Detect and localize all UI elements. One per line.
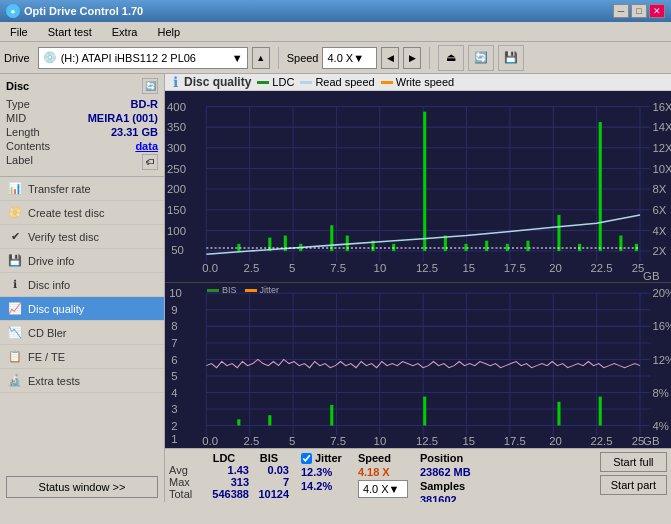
bis-total: 10124	[249, 488, 289, 500]
sidebar-item-disc-info[interactable]: ℹ Disc info	[0, 273, 164, 297]
sidebar-item-fe-te[interactable]: 📋 FE / TE	[0, 345, 164, 369]
svg-text:2: 2	[171, 420, 177, 432]
fe-te-icon: 📋	[8, 350, 22, 364]
sidebar-item-extra-tests[interactable]: 🔬 Extra tests	[0, 369, 164, 393]
start-part-button[interactable]: Start part	[600, 475, 667, 495]
sidebar-item-verify-test-disc[interactable]: ✔ Verify test disc	[0, 225, 164, 249]
sidebar-item-label: Create test disc	[28, 207, 104, 219]
stats-section: LDC BIS Avg 1.43 0.03 Max 313 7 Total 54…	[165, 448, 671, 502]
close-button[interactable]: ✕	[649, 4, 665, 18]
svg-text:12X: 12X	[652, 142, 671, 154]
drive-text: (H:) ATAPI iHBS112 2 PL06	[61, 52, 232, 64]
status-window-button[interactable]: Status window >>	[6, 476, 158, 498]
bis-max: 7	[249, 476, 289, 488]
legend-bis-label: BIS	[222, 285, 237, 295]
ldc-col-header: LDC	[199, 452, 249, 464]
svg-rect-88	[237, 419, 240, 425]
disc-header: Disc 🔄	[6, 78, 158, 94]
start-full-button[interactable]: Start full	[600, 452, 667, 472]
disc-type-value: BD-R	[131, 98, 159, 110]
verify-test-icon: ✔	[8, 230, 22, 244]
disc-contents-row: Contents data	[6, 140, 158, 152]
save-button[interactable]: 💾	[498, 45, 524, 71]
speed-prev-button[interactable]: ◀	[381, 47, 399, 69]
avg-row-label: Avg	[169, 464, 199, 476]
svg-text:7.5: 7.5	[330, 262, 346, 274]
svg-rect-36	[599, 122, 602, 251]
disc-contents-label: Contents	[6, 140, 50, 152]
create-test-icon: 📀	[8, 206, 22, 220]
sidebar-item-label: Extra tests	[28, 375, 80, 387]
sidebar-item-cd-bler[interactable]: 📉 CD Bler	[0, 321, 164, 345]
position-value: 23862 MB	[420, 466, 471, 478]
svg-rect-37	[619, 236, 622, 251]
svg-text:8X: 8X	[652, 183, 666, 195]
svg-rect-93	[599, 397, 602, 426]
legend-read: Read speed	[300, 76, 374, 88]
titlebar-controls: ─ □ ✕	[613, 4, 665, 18]
svg-text:6X: 6X	[652, 204, 666, 216]
speed-select-icon: ▼	[389, 483, 400, 495]
chart2-legend: BIS Jitter	[207, 285, 279, 295]
menu-file[interactable]: File	[4, 24, 34, 40]
legend-jitter: Jitter	[245, 285, 280, 295]
svg-text:50: 50	[171, 244, 184, 256]
svg-text:16X: 16X	[652, 101, 671, 113]
disc-contents-value[interactable]: data	[135, 140, 158, 152]
svg-text:6: 6	[171, 354, 177, 366]
bis-col-header: BIS	[249, 452, 289, 464]
disc-info-icon: ℹ	[8, 278, 22, 292]
drive-info-icon: 💾	[8, 254, 22, 268]
jitter-section: Jitter 12.3% 14.2%	[301, 452, 342, 492]
legend-bis: BIS	[207, 285, 237, 295]
toolbar: Drive 💿 (H:) ATAPI iHBS112 2 PL06 ▼ ▲ Sp…	[0, 42, 671, 74]
total-row-label: Total	[169, 488, 199, 500]
svg-text:14X: 14X	[652, 121, 671, 133]
refresh-button[interactable]: 🔄	[468, 45, 494, 71]
jitter-label: Jitter	[315, 452, 342, 464]
speed-value: 4.18 X	[358, 466, 408, 478]
disc-refresh-button[interactable]: 🔄	[142, 78, 158, 94]
eject-button[interactable]: ⏏	[438, 45, 464, 71]
sidebar-item-label: Verify test disc	[28, 231, 99, 243]
chart-info-icon: ℹ	[173, 74, 178, 90]
disc-title: Disc	[6, 80, 29, 92]
sidebar-item-transfer-rate[interactable]: 📊 Transfer rate	[0, 177, 164, 201]
svg-rect-28	[423, 112, 426, 251]
chart2-svg: 10 9 8 7 6 5 4 3 2 1 0.0 2.5 5 7.5 10 1	[165, 283, 671, 448]
svg-text:10: 10	[374, 262, 387, 274]
speed-select-stats[interactable]: 4.0 X ▼	[358, 480, 408, 498]
svg-text:2.5: 2.5	[243, 262, 259, 274]
drive-prev-button[interactable]: ▲	[252, 47, 270, 69]
chart-title: Disc quality	[184, 75, 251, 89]
svg-text:15: 15	[462, 435, 475, 447]
menu-extra[interactable]: Extra	[106, 24, 144, 40]
svg-text:16%: 16%	[652, 321, 671, 333]
speed-select[interactable]: 4.0 X ▼	[322, 47, 377, 69]
speed-section: Speed 4.18 X 4.0 X ▼	[358, 452, 408, 498]
svg-rect-92	[557, 402, 560, 426]
svg-text:10X: 10X	[652, 163, 671, 175]
maximize-button[interactable]: □	[631, 4, 647, 18]
svg-text:12%: 12%	[652, 354, 671, 366]
minimize-button[interactable]: ─	[613, 4, 629, 18]
sidebar-item-drive-info[interactable]: 💾 Drive info	[0, 249, 164, 273]
disc-type-label: Type	[6, 98, 30, 110]
svg-text:150: 150	[167, 204, 186, 216]
svg-text:17.5: 17.5	[504, 435, 526, 447]
svg-text:10: 10	[169, 287, 182, 299]
disc-type-row: Type BD-R	[6, 98, 158, 110]
svg-text:12.5: 12.5	[416, 262, 438, 274]
drive-label: Drive	[4, 52, 30, 64]
svg-rect-24	[330, 225, 333, 251]
svg-text:0.0: 0.0	[202, 262, 218, 274]
jitter-checkbox[interactable]	[301, 453, 312, 464]
sidebar-item-disc-quality[interactable]: 📈 Disc quality	[0, 297, 164, 321]
menu-start-test[interactable]: Start test	[42, 24, 98, 40]
sidebar-item-create-test-disc[interactable]: 📀 Create test disc	[0, 201, 164, 225]
disc-label-icon-button[interactable]: 🏷	[142, 154, 158, 170]
svg-text:5: 5	[171, 370, 177, 382]
drive-select[interactable]: 💿 (H:) ATAPI iHBS112 2 PL06 ▼	[38, 47, 248, 69]
speed-next-button[interactable]: ▶	[403, 47, 421, 69]
menu-help[interactable]: Help	[151, 24, 186, 40]
